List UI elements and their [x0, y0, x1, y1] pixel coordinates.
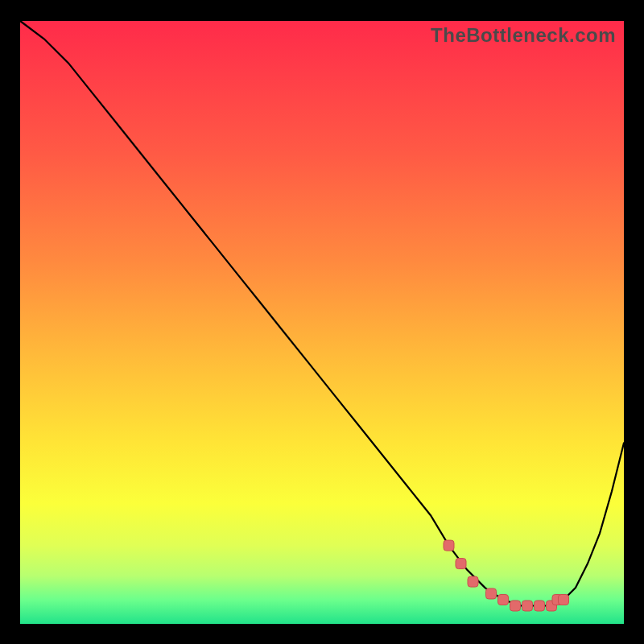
optimal-marker: [559, 595, 569, 605]
optimal-marker: [456, 559, 466, 569]
optimal-marker: [468, 576, 478, 587]
optimal-marker: [510, 601, 521, 611]
optimal-marker: [522, 601, 533, 611]
bottleneck-curve-path: [20, 21, 624, 606]
optimal-marker: [444, 540, 454, 551]
optimal-marker: [486, 588, 497, 599]
optimal-marker: [535, 601, 545, 611]
optimal-band-markers: [444, 540, 569, 611]
optimal-marker: [498, 595, 509, 605]
bottleneck-curve-svg: [20, 21, 624, 624]
chart-frame: TheBottleneck.com: [20, 21, 624, 624]
